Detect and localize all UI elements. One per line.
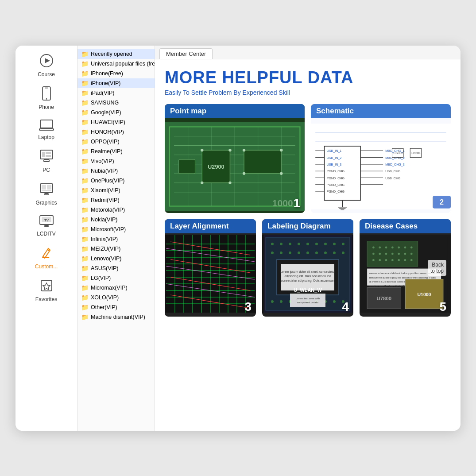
folder-icon: 📁 — [81, 304, 89, 311]
panel-number-3: 3 — [244, 300, 252, 314]
file-item-redmi[interactable]: 📁 Redmi(VIP) — [77, 195, 155, 205]
panel-header-labeling: Labeling Diagram — [262, 219, 353, 233]
panel-labeling-diagram[interactable]: Labeling Diagram — [262, 219, 353, 317]
file-item-oppo[interactable]: 📁 OPPO(VIP) — [77, 137, 155, 147]
file-item-label: Nubia(VIP) — [91, 168, 118, 174]
sidebar-item-course[interactable]: Course — [15, 50, 77, 81]
panel-body-point-map: U2900 1000 — [165, 104, 305, 213]
file-item-oneplus[interactable]: 📁 OnePlus(VIP) — [77, 176, 155, 186]
svg-rect-40 — [244, 150, 281, 174]
folder-icon: 📁 — [81, 216, 89, 223]
sidebar-item-lcditv[interactable]: TV LCDITV — [15, 211, 77, 240]
panel-point-map[interactable]: Point map — [165, 104, 305, 213]
svg-point-177 — [391, 252, 394, 255]
file-item-google[interactable]: 📁 Google(VIP) — [77, 108, 155, 117]
file-item-label: XOLO(VIP) — [91, 294, 119, 301]
panel-schematic[interactable]: Schematic — [311, 104, 451, 213]
file-item-machine[interactable]: 📁 Machine dismant(VIP) — [77, 312, 155, 322]
sidebar-item-label-pc: PC — [43, 167, 50, 173]
svg-point-120 — [271, 243, 274, 245]
svg-rect-10 — [46, 155, 51, 157]
course-icon — [39, 54, 54, 70]
sidebar-item-laptop[interactable]: Laptop — [15, 116, 77, 144]
svg-point-43 — [228, 148, 231, 151]
svg-point-131 — [289, 252, 291, 254]
file-item-honor[interactable]: 📁 HONOR(VIP) — [77, 127, 155, 137]
file-item-recently-opened[interactable]: 📁 Recently opened — [77, 49, 155, 59]
svg-text:PGND_CHG: PGND_CHG — [327, 170, 345, 173]
svg-point-172 — [404, 246, 406, 248]
folder-icon: 📁 — [81, 119, 89, 126]
tab-member-center[interactable]: Member Center — [159, 48, 213, 59]
svg-rect-14 — [47, 185, 51, 190]
svg-point-178 — [398, 252, 400, 255]
folder-icon: 📁 — [81, 109, 89, 116]
svg-rect-13 — [42, 185, 46, 190]
sidebar-item-label-favorites: Favorites — [35, 296, 57, 302]
file-item-motorola[interactable]: 📁 Motorola(VIP) — [77, 205, 155, 215]
svg-marker-21 — [43, 248, 50, 258]
file-item-label: iPhone(VIP) — [91, 80, 120, 86]
svg-point-174 — [372, 252, 375, 255]
schematic-visual: USB_IN_1 USB_IN_2 USB_IN_3 PGND_CHG PGND… — [311, 120, 451, 213]
file-item-xiaomi[interactable]: 📁 Xiaomi(VIP) — [77, 186, 155, 195]
sidebar-item-graphics[interactable]: Graphics — [15, 178, 77, 209]
panel-header-disease: Disease Cases — [360, 219, 451, 233]
file-item-xolo[interactable]: 📁 XOLO(VIP) — [77, 293, 155, 302]
sidebar-item-pc[interactable]: PC — [15, 146, 77, 177]
panel-header-point-map: Point map — [165, 104, 305, 118]
file-item-meizu[interactable]: 📁 MEIZU(VIP) — [77, 244, 155, 254]
svg-point-168 — [379, 246, 381, 248]
file-item-label: iPad(VIP) — [91, 90, 115, 96]
svg-point-183 — [385, 259, 387, 261]
svg-point-45 — [228, 181, 231, 184]
file-item-samsung[interactable]: 📁 SAMSUNG — [77, 98, 155, 108]
file-item-iphone-vip[interactable]: 📁 iPhone(VIP) — [77, 78, 155, 88]
bottom-panels-grid: Layer Alignment — [165, 219, 451, 317]
sidebar-item-favorites[interactable]: Favorites — [15, 275, 77, 306]
svg-rect-8 — [42, 152, 45, 157]
back-to-top[interactable]: Backto top — [428, 260, 446, 276]
panel-body-schematic: USB_IN_1 USB_IN_2 USB_IN_3 PGND_CHG PGND… — [311, 104, 451, 213]
file-item-label: Microsoft(VIP) — [91, 226, 126, 232]
sidebar-item-phone[interactable]: Phone — [15, 83, 77, 114]
svg-point-173 — [410, 246, 413, 248]
svg-point-136 — [333, 252, 336, 254]
file-item-realme[interactable]: 📁 Realme(VIP) — [77, 147, 155, 156]
file-item-ipad[interactable]: 📁 iPad(VIP) — [77, 88, 155, 98]
file-item-infinix[interactable]: 📁 Infinix(VIP) — [77, 234, 155, 244]
pc-icon — [39, 149, 54, 166]
file-item-lenovo[interactable]: 📁 Lenovo(VIP) — [77, 254, 155, 263]
custom-icon — [39, 246, 54, 262]
file-item-universal[interactable]: 📁 Universal popular files (fre — [77, 59, 155, 69]
file-item-label: Universal popular files (fre — [91, 61, 155, 67]
folder-icon: 📁 — [81, 284, 89, 291]
file-item-micromax[interactable]: 📁 Micromax(VIP) — [77, 283, 155, 293]
file-item-microsoft[interactable]: 📁 Microsoft(VIP) — [77, 224, 155, 234]
tab-bar: Member Center — [155, 46, 461, 59]
hero-subtitle: Easily To Settle Problem By Experienced … — [165, 89, 451, 96]
folder-icon: 📁 — [81, 255, 89, 262]
file-item-label: Motorola(VIP) — [91, 207, 125, 213]
file-item-huawei[interactable]: 📁 HUAWEI(VIP) — [77, 117, 155, 127]
svg-point-46 — [243, 148, 245, 151]
file-item-asus[interactable]: 📁 ASUS(VIP) — [77, 263, 155, 273]
file-item-lg[interactable]: 📁 LG(VIP) — [77, 273, 155, 283]
file-item-nokia[interactable]: 📁 Nokia(VIP) — [77, 215, 155, 224]
panel-disease-cases[interactable]: Disease Cases measured once and did not … — [360, 219, 451, 317]
sidebar-item-custom[interactable]: Custom... — [15, 242, 77, 273]
file-item-other[interactable]: 📁 Other(VIP) — [77, 302, 155, 312]
panel-layer-alignment[interactable]: Layer Alignment — [165, 219, 256, 317]
svg-rect-11 — [44, 160, 49, 162]
svg-point-135 — [324, 252, 327, 254]
file-item-iphone-free[interactable]: 📁 iPhone(Free) — [77, 69, 155, 78]
pcb-visual: U2900 1000 — [165, 120, 305, 213]
svg-text:CS302: CS302 — [394, 151, 403, 155]
file-item-label: Lenovo(VIP) — [91, 255, 121, 262]
file-item-vivo[interactable]: 📁 Vivo(VIP) — [77, 156, 155, 166]
file-item-nubia[interactable]: 📁 Nubia(VIP) — [77, 166, 155, 176]
folder-icon: 📁 — [81, 138, 89, 145]
svg-text:USB_CHG: USB_CHG — [385, 170, 401, 173]
svg-point-185 — [398, 259, 400, 261]
svg-point-128 — [342, 243, 344, 245]
